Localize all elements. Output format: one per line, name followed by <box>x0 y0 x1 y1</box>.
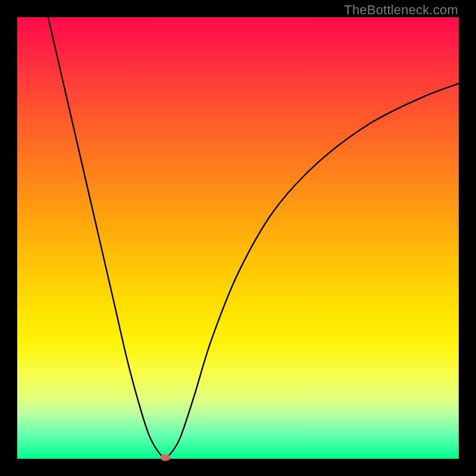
chart-frame: TheBottleneck.com <box>0 0 476 476</box>
plot-area <box>17 17 459 459</box>
bottleneck-curve <box>17 17 459 459</box>
optimum-marker <box>161 454 170 461</box>
watermark-text: TheBottleneck.com <box>344 2 458 18</box>
